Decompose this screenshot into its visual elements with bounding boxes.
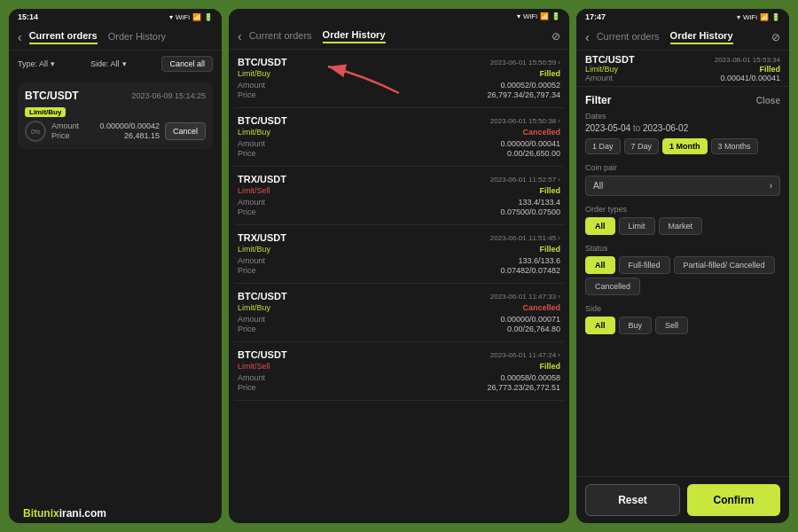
right-tab-history[interactable]: Order History [670,30,733,44]
order-types-section: Order types AllLimitMarket [585,205,780,235]
left-status-icons: ▾ WiFi 📶 🔋 [169,13,213,21]
left-back-button[interactable]: ‹ [18,30,22,44]
confirm-button[interactable]: Confirm [687,484,780,516]
watermark: Bitunixirani.com [16,504,113,523]
middle-filter-icon[interactable]: ⊘ [552,30,560,43]
right-time: 17:47 [585,12,606,21]
status-btn-all[interactable]: All [585,256,615,274]
order-list-item[interactable]: BTC/USDT 2023-06-01 15:50:38 › Limit/Buy… [234,108,564,167]
dates-range: 2023-05-04 to 2023-06-02 [585,123,780,133]
order-list-item[interactable]: BTC/USDT 2023-06-01 15:50:59 › Limit/Buy… [234,50,564,108]
order-type-btn-limit[interactable]: Limit [619,217,655,235]
status-btn-cancelled[interactable]: Cancelled [585,278,640,295]
right-tab-current[interactable]: Current orders [597,31,660,43]
side-btn-buy[interactable]: Buy [619,317,653,334]
left-filter-type[interactable]: Type: All ▾ [18,59,55,68]
right-back-button[interactable]: ‹ [585,30,590,44]
order-list-item[interactable]: TRX/USDT 2023-06-01 11:52:57 › Limit/Sel… [234,167,564,225]
right-action-buttons: Reset Confirm [576,476,789,523]
order-pair-4: BTC/USDT [238,291,287,301]
order-pair-1: BTC/USDT [238,115,287,126]
middle-nav-tabs: Current orders Order History [249,29,386,43]
left-tab-current[interactable]: Current orders [29,30,98,44]
middle-header: ‹ Current orders Order History ⊘ [229,24,569,50]
coin-pair-select[interactable]: All › [585,176,780,196]
order-list-item[interactable]: TRX/USDT 2023-06-01 11:51:45 › Limit/Buy… [234,225,564,284]
reset-button[interactable]: Reset [585,484,680,516]
right-filter-icon[interactable]: ⊘ [771,31,780,43]
order-date-3: 2023-06-01 11:51:45 › [490,234,560,242]
side-section: Side AllBuySell [585,304,780,334]
order-type-btn-all[interactable]: All [585,217,615,235]
order-type-5: Limit/Sell Filled [238,362,560,371]
middle-status-bar: ▾ WiFi 📶 🔋 [229,9,569,24]
order-status-1: Cancelled [522,128,560,137]
left-nav-tabs: Current orders Order History [29,30,166,44]
left-filter-row: Type: All ▾ Side: All ▾ Cancel all [9,51,222,77]
left-header: ‹ Current orders Order History [9,25,222,51]
left-tab-history[interactable]: Order History [108,31,166,43]
order-date-5: 2023-06-01 11:47:24 › [490,351,560,359]
status-buttons: AllFull-filledPartial-filled/ CancelledC… [585,256,780,295]
side-label: Side [585,304,780,313]
right-order-date: 2023-08-01 15:53:34 [715,56,780,64]
left-order-date: 2023-06-09 15:14:25 [131,91,206,100]
side-btn-sell[interactable]: Sell [655,317,688,334]
left-pair-name: BTC/USDT [25,90,79,102]
order-pair-2: TRX/USDT [238,174,286,184]
middle-tab-history[interactable]: Order History [323,29,386,43]
order-price-3: 0.07482/0.07482 [500,266,560,275]
date-buttons: 1 Day7 Day1 Month3 Months [585,138,780,154]
left-filter-side[interactable]: Side: All ▾ [90,59,127,68]
left-order-details: Amount 0.00000/0.00042 Price 26,481.15 [51,121,160,141]
order-date-0: 2023-06-01 15:50:59 › [490,59,560,66]
middle-back-button[interactable]: ‹ [238,29,242,43]
middle-tab-current[interactable]: Current orders [249,30,312,43]
order-status-4: Cancelled [522,303,560,312]
coin-pair-label: Coin pair [585,163,780,172]
order-type-btn-market[interactable]: Market [659,217,703,235]
cancel-all-button[interactable]: Cancel all [161,56,213,72]
order-type-1: Limit/Buy Cancelled [238,128,560,137]
side-btn-all[interactable]: All [585,317,615,334]
order-types-label: Order types [585,205,780,214]
right-order-summary: BTC/USDT 2023-08-01 15:53:34 Limit/Buy F… [576,51,789,87]
order-amount-0: 0.00052/0.00052 [500,81,560,90]
status-btn-partial-filled--cancelled[interactable]: Partial-filled/ Cancelled [674,256,775,274]
order-status-2: Filled [539,186,560,195]
right-header: ‹ Current orders Order History ⊘ [576,25,789,51]
order-status-3: Filled [539,245,560,254]
order-amount-2: 133.4/133.4 [518,198,560,207]
date-btn-3-months[interactable]: 3 Months [711,138,758,154]
order-type-4: Limit/Buy Cancelled [238,303,560,312]
order-type-0: Limit/Buy Filled [238,69,560,78]
order-amount-1: 0.00000/0.00041 [500,139,560,148]
right-pair: BTC/USDT [585,54,635,65]
right-order-type: Limit/Buy [585,65,618,74]
order-amount-4: 0.00000/0.00071 [500,315,560,324]
status-section: Status AllFull-filledPartial-filled/ Can… [585,244,780,295]
middle-status-icons: ▾ WiFi 📶 🔋 [517,12,560,20]
order-date-2: 2023-06-01 11:52:57 › [490,176,560,184]
date-btn-7-day[interactable]: 7 Day [624,138,660,154]
right-order-status: Filled [759,65,780,74]
left-time: 15:14 [18,12,38,21]
right-filter-panel: Filter Close Dates 2023-05-04 to 2023-06… [576,87,789,476]
order-type-2: Limit/Sell Filled [238,186,560,195]
chevron-right-icon: › [770,181,772,191]
order-cancel-button[interactable]: Cancel [165,122,206,140]
left-phone: 15:14 ▾ WiFi 📶 🔋 ‹ Current orders Order … [9,9,222,523]
status-btn-full-filled[interactable]: Full-filled [619,256,670,274]
middle-phone: ▾ WiFi 📶 🔋 ‹ Current orders Order Histor… [229,9,569,523]
coin-pair-section: Coin pair All › [585,163,780,196]
filter-close[interactable]: Close [756,96,780,106]
date-btn-1-day[interactable]: 1 Day [585,138,621,154]
order-type-3: Limit/Buy Filled [238,245,560,254]
order-list-item[interactable]: BTC/USDT 2023-06-01 11:47:24 › Limit/Sel… [234,342,564,401]
order-type-buttons: AllLimitMarket [585,217,780,235]
order-price-4: 0.00/26,764.80 [507,325,560,333]
left-order-type: Limit/Buy [25,107,66,117]
order-list-item[interactable]: BTC/USDT 2023-06-01 11:47:33 › Limit/Buy… [234,284,564,342]
right-status-bar: 17:47 ▾ WiFi 📶 🔋 [576,9,789,25]
date-btn-1-month[interactable]: 1 Month [662,138,708,154]
